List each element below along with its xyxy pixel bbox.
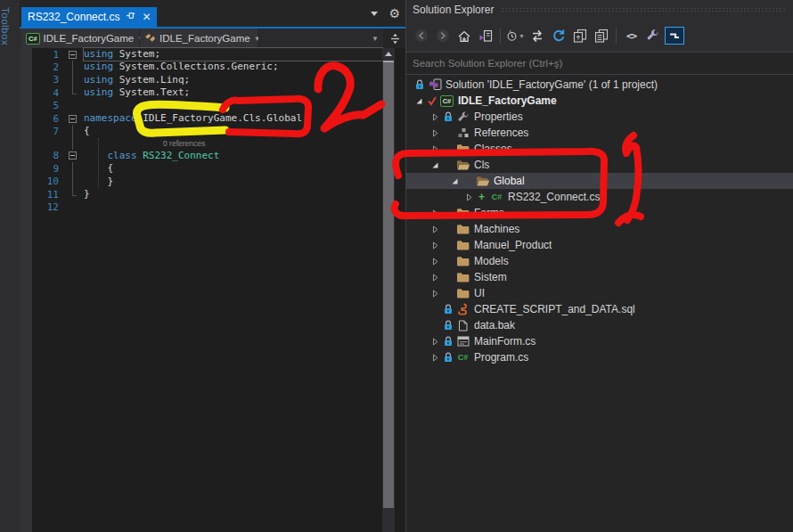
- show-all-files-icon[interactable]: [592, 27, 610, 45]
- tree-item-rs232-connect-cs[interactable]: +C#RS232_Connect.cs: [406, 189, 793, 205]
- pending-add-icon: +: [475, 191, 488, 203]
- line-number: 3: [32, 74, 61, 86]
- indent-guide: [98, 138, 99, 188]
- nav-back-icon[interactable]: [412, 27, 430, 45]
- collapse-all-icon[interactable]: [570, 27, 589, 45]
- home-icon[interactable]: [454, 27, 473, 45]
- refresh-icon[interactable]: [549, 27, 568, 45]
- pin-icon[interactable]: [126, 11, 135, 23]
- code-line-6[interactable]: 6namespace IDLE_FactoryGame.Cls.Global: [32, 112, 382, 125]
- expander-collapsed-icon[interactable]: [429, 209, 441, 217]
- tree-item-program-cs[interactable]: C#Program.cs: [406, 349, 793, 365]
- tree-item-data-bak[interactable]: data.bak: [406, 317, 793, 333]
- code-line-5[interactable]: 5: [32, 100, 382, 112]
- code-line-1[interactable]: 1using System;: [32, 48, 382, 61]
- fold-collapse-icon[interactable]: [61, 48, 84, 61]
- scrollbar-up-arrow[interactable]: [382, 48, 395, 60]
- tree-item-label: Program.cs: [474, 351, 528, 364]
- folder-icon: [454, 272, 471, 282]
- code-text: [84, 201, 382, 213]
- code-line-9[interactable]: 9 {: [32, 162, 382, 175]
- code-line-12[interactable]: 12: [32, 201, 382, 213]
- expander-collapsed-icon[interactable]: [429, 258, 441, 266]
- fold-collapse-icon[interactable]: [61, 150, 84, 162]
- toolbox-label: Toolbox: [0, 0, 13, 45]
- expander-collapsed-icon[interactable]: [429, 338, 441, 346]
- tree-item-solution-idle-factorygame-1-of-1-project[interactable]: Solution 'IDLE_FactoryGame' (1 of 1 proj…: [406, 77, 793, 93]
- gear-icon[interactable]: ⚙: [388, 7, 400, 20]
- nav-forward-icon[interactable]: [433, 27, 452, 45]
- code-line-10[interactable]: 10 }: [32, 176, 382, 188]
- solution-tree: Solution 'IDLE_FactoryGame' (1 of 1 proj…: [406, 75, 793, 365]
- code-text: using System.Collections.Generic;: [84, 61, 382, 73]
- code-text: using System.Linq;: [84, 74, 382, 86]
- code-line-8[interactable]: 8 class RS232_Connect: [32, 150, 382, 162]
- tree-item-mainform-cs[interactable]: MainForm.cs: [406, 333, 793, 349]
- tree-item-forms[interactable]: Forms: [406, 205, 793, 221]
- expander-collapsed-icon[interactable]: [462, 193, 475, 201]
- editor-scrollbar[interactable]: [382, 48, 395, 532]
- search-input[interactable]: Search Solution Explorer (Ctrl+ş): [406, 52, 793, 75]
- close-icon[interactable]: ✕: [142, 12, 151, 22]
- tree-item-properties[interactable]: Properties: [406, 109, 793, 125]
- expander-expanded-icon[interactable]: [429, 161, 441, 169]
- member-dropdown[interactable]: ▼: [258, 29, 384, 48]
- code-editor[interactable]: 1using System;2using System.Collections.…: [20, 48, 405, 532]
- wrench-icon: [454, 111, 471, 123]
- tree-item-models[interactable]: Models: [406, 253, 793, 269]
- folder-icon: [454, 240, 471, 250]
- split-window-button[interactable]: [384, 29, 405, 48]
- tree-item-label: IDLE_FactoryGame: [458, 94, 557, 107]
- tree-item-create-script-and-data-sql[interactable]: CREATE_SCRIPT_and_DATA.sql: [406, 301, 793, 317]
- solution-icon: [426, 78, 443, 91]
- tree-item-label: Forms: [474, 207, 504, 219]
- toolbox-side-tab[interactable]: Toolbox: [0, 0, 20, 532]
- properties-icon[interactable]: [643, 27, 662, 45]
- expander-collapsed-icon[interactable]: [429, 145, 441, 153]
- sql-file-icon: [454, 303, 471, 315]
- solution-explorer-header[interactable]: Solution Explorer: [406, 0, 793, 20]
- expander-collapsed-icon[interactable]: [429, 225, 441, 233]
- expander-collapsed-icon[interactable]: [429, 241, 441, 250]
- code-text: [84, 100, 382, 112]
- folder-icon: [454, 208, 471, 218]
- pending-changes-filter-icon[interactable]: ▼: [506, 27, 525, 45]
- switch-views-icon[interactable]: [527, 27, 546, 45]
- codelens-references[interactable]: 0 references: [163, 139, 205, 148]
- tree-item-classes[interactable]: Classes: [406, 141, 793, 157]
- scrollbar-thumb[interactable]: [383, 61, 394, 508]
- tree-item-machines[interactable]: Machines: [406, 221, 793, 237]
- code-text: }: [84, 176, 382, 188]
- code-text: {: [84, 125, 382, 137]
- expander-collapsed-icon[interactable]: [429, 290, 441, 298]
- expander-collapsed-icon[interactable]: [429, 354, 441, 362]
- code-line-11[interactable]: 11}: [32, 188, 382, 201]
- type-dropdown[interactable]: IDLE_FactoryGame ▼: [140, 29, 258, 48]
- expander-collapsed-icon[interactable]: [429, 113, 441, 121]
- tree-item-references[interactable]: References: [406, 125, 793, 141]
- solution-explorer-toolbar: ▼<>: [406, 20, 793, 52]
- code-line-3[interactable]: 3using System.Linq;: [32, 74, 382, 86]
- tree-item-ui[interactable]: UI: [406, 285, 793, 301]
- code-line-4[interactable]: 4using System.Text;: [32, 86, 382, 99]
- chevron-down-icon[interactable]: [371, 12, 378, 16]
- tree-item-cls[interactable]: Cls: [406, 157, 793, 173]
- tree-item-manuel-product[interactable]: Manuel_Product: [406, 237, 793, 253]
- tree-item-global[interactable]: Global: [406, 173, 793, 189]
- expander-collapsed-icon[interactable]: [429, 274, 441, 282]
- lock-icon: [441, 320, 454, 331]
- sync-active-document-icon[interactable]: [476, 27, 495, 45]
- expander-expanded-icon[interactable]: [448, 177, 461, 185]
- document-tab[interactable]: RS232_Connect.cs ✕: [21, 7, 157, 27]
- tree-item-sistem[interactable]: Sistem: [406, 269, 793, 285]
- tree-item-idle-factorygame[interactable]: C#IDLE_FactoryGame: [406, 93, 793, 109]
- preview-selected-items-icon[interactable]: [665, 27, 684, 45]
- fold-collapse-icon[interactable]: [61, 112, 84, 125]
- expander-collapsed-icon[interactable]: [429, 129, 441, 137]
- code-line-7[interactable]: 7{: [32, 125, 382, 137]
- code-line-2[interactable]: 2using System.Collections.Generic;: [32, 61, 382, 73]
- expander-expanded-icon[interactable]: [413, 97, 425, 105]
- project-dropdown[interactable]: C# IDLE_FactoryGame ▼: [21, 29, 140, 48]
- view-code-icon[interactable]: <>: [622, 27, 641, 45]
- file-icon: [454, 320, 471, 331]
